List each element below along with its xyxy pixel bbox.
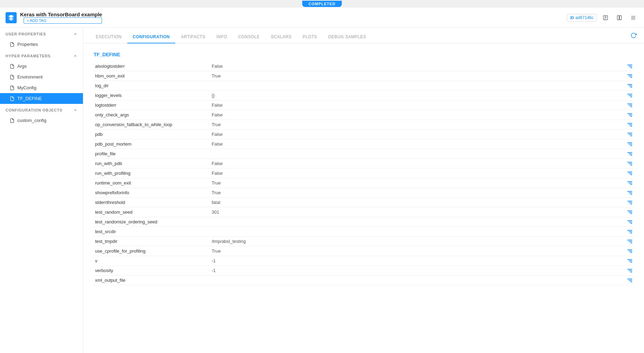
tab-scalars[interactable]: SCALARS bbox=[265, 31, 297, 43]
tab-console[interactable]: CONSOLE bbox=[232, 31, 265, 43]
layout-icon-button[interactable] bbox=[614, 13, 625, 23]
config-actions bbox=[620, 191, 634, 195]
config-value: False bbox=[212, 171, 620, 176]
config-menu-button[interactable] bbox=[627, 94, 632, 97]
config-key: run_with_pdb bbox=[94, 161, 212, 166]
config-menu-button[interactable] bbox=[627, 181, 632, 185]
sidebar-item-label-environment: Environment bbox=[17, 74, 43, 80]
config-actions bbox=[620, 259, 634, 263]
config-menu-button[interactable] bbox=[627, 65, 632, 68]
config-value: fatal bbox=[212, 200, 620, 205]
config-menu-button[interactable] bbox=[627, 259, 632, 263]
sidebar-item-myconfig[interactable]: MyConfig bbox=[0, 82, 83, 93]
columns-icon bbox=[617, 15, 622, 20]
config-key: profile_file bbox=[94, 151, 212, 156]
config-key: verbosity bbox=[94, 268, 212, 273]
config-menu-button[interactable] bbox=[627, 123, 632, 126]
config-key: stderrthreshold bbox=[94, 200, 212, 205]
sidebar-item-custom-config[interactable]: custom_config bbox=[0, 115, 83, 126]
config-row: logtostderr False bbox=[94, 100, 634, 110]
config-menu-button[interactable] bbox=[627, 230, 632, 233]
config-key: op_conversion_fallback_to_while_loop bbox=[94, 122, 212, 127]
config-menu-button[interactable] bbox=[627, 269, 632, 272]
sidebar-item-properties[interactable]: Properties bbox=[0, 39, 83, 50]
sidebar-item-environment[interactable]: Environment bbox=[0, 72, 83, 82]
config-menu-button[interactable] bbox=[627, 162, 632, 165]
config-actions bbox=[620, 279, 634, 282]
config-menu-button[interactable] bbox=[627, 191, 632, 195]
tab-artifacts[interactable]: ARTIFACTS bbox=[175, 31, 211, 43]
sidebar-item-args[interactable]: Args bbox=[0, 61, 83, 72]
config-row: use_cprofile_for_profiling True bbox=[94, 246, 634, 256]
config-menu-button[interactable] bbox=[627, 104, 632, 107]
config-value: {} bbox=[212, 93, 620, 98]
config-row: runtime_oom_exit True bbox=[94, 178, 634, 188]
sidebar-section-user-properties[interactable]: USER PROPERTIES bbox=[0, 28, 83, 39]
add-tag-button[interactable]: + ADD TAG bbox=[24, 17, 102, 24]
nav-tabs: EXECUTIONCONFIGURATIONARTIFACTSINFOCONSO… bbox=[83, 28, 644, 43]
sidebar-section-configuration-objects[interactable]: CONFIGURATION OBJECTS bbox=[0, 104, 83, 115]
config-value: False bbox=[212, 161, 620, 166]
config-actions bbox=[620, 220, 634, 224]
header: Keras with TensorBoard example + ADD TAG… bbox=[0, 8, 644, 28]
list-icon bbox=[603, 15, 608, 20]
config-menu-button[interactable] bbox=[627, 249, 632, 253]
tab-execution[interactable]: EXECUTION bbox=[90, 31, 127, 43]
config-menu-button[interactable] bbox=[627, 84, 632, 88]
config-row: log_dir bbox=[94, 81, 634, 91]
config-actions bbox=[620, 142, 634, 146]
config-menu-button[interactable] bbox=[627, 201, 632, 204]
config-key: only_check_args bbox=[94, 112, 212, 117]
tab-debug-samples[interactable]: DEBUG SAMPLES bbox=[323, 31, 372, 43]
sidebar-item-label-args: Args bbox=[17, 64, 27, 69]
config-key: log_dir bbox=[94, 83, 212, 88]
config-actions bbox=[620, 201, 634, 204]
config-key: use_cprofile_for_profiling bbox=[94, 248, 212, 254]
config-menu-button[interactable] bbox=[627, 133, 632, 136]
config-menu-button[interactable] bbox=[627, 279, 632, 282]
config-row: test_random_seed 301 bbox=[94, 207, 634, 217]
refresh-icon bbox=[630, 32, 637, 39]
config-row: stderrthreshold fatal bbox=[94, 198, 634, 207]
config-menu-button[interactable] bbox=[627, 74, 632, 78]
config-value: True bbox=[212, 190, 620, 195]
config-key: v bbox=[94, 258, 212, 263]
sidebar-section-hyper-parameters[interactable]: HYPER PARAMETERS bbox=[0, 50, 83, 61]
config-menu-button[interactable] bbox=[627, 240, 632, 243]
hamburger-icon bbox=[630, 15, 636, 20]
config-row: v -1 bbox=[94, 256, 634, 266]
tab-configuration[interactable]: CONFIGURATION bbox=[127, 31, 176, 43]
config-value: False bbox=[212, 64, 620, 69]
details-icon-button[interactable] bbox=[600, 13, 611, 23]
refresh-button[interactable] bbox=[629, 31, 638, 40]
config-actions bbox=[620, 152, 634, 156]
app-logo bbox=[6, 12, 17, 23]
config-menu-button[interactable] bbox=[627, 152, 632, 156]
config-row: test_tmpdir /tmp/absl_testing bbox=[94, 237, 634, 246]
config-menu-button[interactable] bbox=[627, 220, 632, 224]
config-actions bbox=[620, 94, 634, 97]
config-row: xml_output_file bbox=[94, 276, 634, 285]
config-menu-button[interactable] bbox=[627, 172, 632, 175]
menu-icon-button[interactable] bbox=[628, 13, 638, 23]
config-actions bbox=[620, 123, 634, 126]
config-row: run_with_profiling False bbox=[94, 169, 634, 178]
tab-plots[interactable]: PLOTS bbox=[297, 31, 323, 43]
config-row: test_randomize_ordering_seed bbox=[94, 217, 634, 227]
tab-info[interactable]: INFO bbox=[211, 31, 233, 43]
status-badge: COMPLETED bbox=[302, 1, 342, 7]
config-menu-button[interactable] bbox=[627, 211, 632, 214]
config-value: False bbox=[212, 112, 620, 117]
config-row: profile_file bbox=[94, 149, 634, 159]
sidebar-section-label-configuration-objects: CONFIGURATION OBJECTS bbox=[6, 108, 62, 112]
config-key: pdb_post_mortem bbox=[94, 141, 212, 147]
config-actions bbox=[620, 240, 634, 243]
sidebar-item-tf-define[interactable]: TF_DEFINE bbox=[0, 93, 83, 104]
config-actions bbox=[620, 84, 634, 88]
status-bar: COMPLETED bbox=[0, 0, 644, 8]
config-actions bbox=[620, 113, 634, 117]
config-menu-button[interactable] bbox=[627, 142, 632, 146]
config-value: True bbox=[212, 180, 620, 186]
config-menu-button[interactable] bbox=[627, 113, 632, 117]
file-icon bbox=[10, 64, 15, 69]
